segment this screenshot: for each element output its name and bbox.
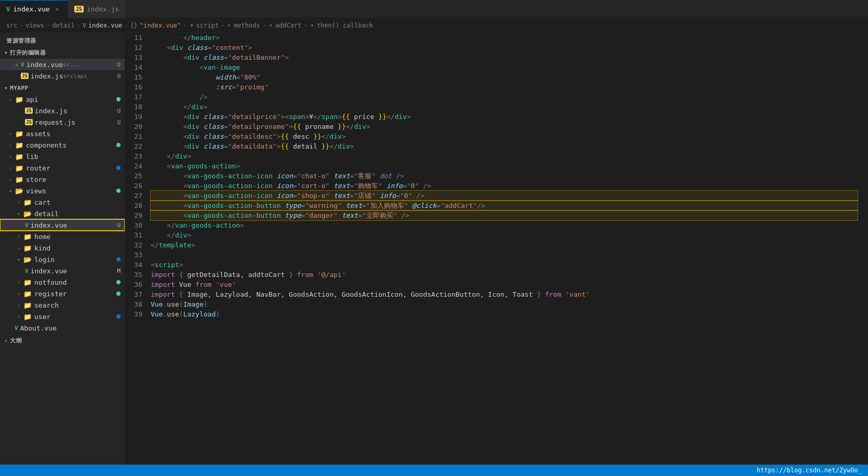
- code-line-18: </div>: [151, 102, 858, 112]
- modified-dot: [116, 314, 121, 319]
- folder-icon: 📁: [23, 233, 32, 241]
- code-line-32: </template>: [151, 240, 858, 250]
- code-line-33: [151, 250, 858, 260]
- vue-file-icon: V: [25, 268, 29, 274]
- code-line-16: :src="proimg": [151, 82, 858, 92]
- chevron-right-icon: ›: [6, 177, 15, 182]
- tree-folder-views[interactable]: ▾ 📂 views: [0, 185, 125, 196]
- bc-braces: {}: [130, 22, 137, 29]
- code-line-12: <div class="content">: [151, 43, 858, 52]
- folder-label: notfound: [34, 279, 67, 286]
- main-area: 资源管理器 ▾ 打开的编辑器 ✕ V index.vue sr... U JS …: [0, 33, 868, 465]
- tree-folder-kind[interactable]: › 📁 kind: [0, 242, 125, 254]
- bc-src[interactable]: src: [6, 22, 18, 29]
- file-label: About.vue: [20, 324, 57, 332]
- bc-file[interactable]: index.vue: [88, 22, 122, 29]
- tree-folder-components[interactable]: › 📁 components: [0, 139, 125, 151]
- folder-label: user: [34, 313, 50, 321]
- code-line-25: <van-goods-action-icon icon="chat-o" tex…: [151, 171, 858, 181]
- modified-dot: [116, 280, 121, 284]
- file-label: index.vue: [31, 267, 67, 275]
- bc-views[interactable]: views: [25, 22, 44, 29]
- myapp-header[interactable]: ▾ MYAPP: [0, 82, 125, 94]
- tree-file-api-index[interactable]: JS index.js U: [0, 105, 125, 116]
- tree-file-detail-index[interactable]: V index.vue U: [0, 219, 125, 231]
- bc-quote-file: "index.vue": [140, 22, 181, 29]
- bc-script[interactable]: script: [196, 22, 219, 29]
- bc-detail[interactable]: detail: [52, 22, 74, 29]
- code-line-26: <van-goods-action-icon icon="cart-o" tex…: [151, 181, 858, 191]
- folder-icon: 📁: [15, 130, 24, 138]
- tree-folder-user[interactable]: › 📁 user: [0, 311, 125, 322]
- tree-folder-store[interactable]: › 📁 store: [0, 174, 125, 185]
- code-area: 11 12 13 14 15 16 17 18 19 20 21 22 23 2…: [125, 33, 868, 465]
- js-file-icon: JS: [25, 119, 33, 125]
- folder-label: assets: [26, 130, 50, 138]
- chevron-right-icon: ›: [4, 337, 8, 344]
- folder-open-icon: 📂: [15, 187, 24, 195]
- folder-label: search: [34, 301, 59, 309]
- tree-folder-cart[interactable]: › 📁 cart: [0, 196, 125, 208]
- chevron-right-icon: ›: [15, 200, 23, 205]
- bc-methods[interactable]: methods: [234, 22, 260, 29]
- folder-icon: 📁: [23, 244, 32, 252]
- code-line-28: <van-goods-action-button type="warning" …: [151, 201, 858, 210]
- code-line-15: width="80%": [151, 72, 858, 82]
- folder-icon: 📁: [23, 313, 32, 321]
- bc-script-icon: ⚬: [189, 22, 194, 29]
- folder-icon: 📁: [23, 290, 32, 298]
- modified-badge: U: [117, 73, 121, 80]
- folder-label: register: [34, 290, 67, 298]
- line-numbers: 11 12 13 14 15 16 17 18 19 20 21 22 23 2…: [125, 33, 151, 465]
- code-line-35: import { getDetailData, addtoCart } from…: [151, 270, 858, 280]
- folder-label: router: [26, 164, 50, 172]
- chevron-down-icon: ▾: [15, 211, 23, 217]
- open-editors-header[interactable]: ▾ 打开的编辑器: [0, 47, 125, 59]
- bc-then[interactable]: then() callback: [317, 22, 373, 29]
- modified-badge: U: [117, 222, 121, 229]
- tree-folder-login[interactable]: ▾ 📂 login: [0, 254, 125, 265]
- code-line-36: import Vue from 'vue': [151, 280, 858, 289]
- chevron-down-icon: ▾: [4, 49, 8, 56]
- code-line-38: Vue.use(Image): [151, 299, 858, 309]
- open-file-path: src\api: [63, 73, 87, 80]
- tree-folder-api[interactable]: › 📁 api: [0, 94, 125, 105]
- tree-folder-detail[interactable]: ▾ 📂 detail: [0, 208, 125, 219]
- open-file-label: index.js: [31, 72, 63, 80]
- tree-folder-home[interactable]: › 📁 home: [0, 231, 125, 242]
- tree-file-about[interactable]: V About.vue: [0, 322, 125, 334]
- tree-folder-lib[interactable]: › 📁 lib: [0, 151, 125, 162]
- tree-folder-router[interactable]: › 📁 router: [0, 162, 125, 174]
- modified-dot: [116, 292, 121, 296]
- tree-file-api-request[interactable]: JS request.js U: [0, 116, 125, 128]
- close-icon[interactable]: ✕: [53, 5, 61, 14]
- close-icon[interactable]: ✕: [12, 62, 21, 68]
- explorer-title: 资源管理器: [0, 33, 125, 47]
- bc-vue-icon: V: [83, 22, 86, 29]
- tab-index-vue[interactable]: V index.vue ✕: [0, 0, 68, 18]
- tree-folder-register[interactable]: › 📁 register: [0, 288, 125, 299]
- vue-file-icon: V: [21, 61, 24, 68]
- code-line-22: <div class="detaildata">{{ detail }}</di…: [151, 141, 858, 151]
- tab-label: index.js: [87, 5, 119, 13]
- outline-header[interactable]: › 大纲: [0, 334, 125, 347]
- bc-then-icon: ⚬: [310, 22, 315, 29]
- folder-icon: 📁: [15, 164, 24, 172]
- tree-folder-notfound[interactable]: › 📁 notfound: [0, 276, 125, 288]
- open-file-index-vue[interactable]: ✕ V index.vue sr... U: [0, 59, 125, 70]
- folder-icon: 📁: [23, 279, 32, 286]
- chevron-right-icon: ›: [6, 154, 15, 160]
- chevron-down-icon: ▾: [6, 188, 15, 194]
- bc-addcart[interactable]: addCart: [275, 22, 302, 29]
- tree-file-login-index[interactable]: V index.vue M: [0, 265, 125, 276]
- code-editor[interactable]: 11 12 13 14 15 16 17 18 19 20 21 22 23 2…: [125, 33, 868, 465]
- folder-label: login: [34, 256, 55, 263]
- code-line-31: </div>: [151, 230, 858, 240]
- tree-folder-search[interactable]: › 📁 search: [0, 299, 125, 311]
- breadcrumb: src › views › detail › V index.vue › {} …: [0, 18, 868, 33]
- open-file-index-js[interactable]: JS index.js src\api U: [0, 70, 125, 82]
- tab-index-js[interactable]: JS index.js: [68, 0, 126, 18]
- outline-label: 大纲: [10, 337, 22, 345]
- tree-folder-assets[interactable]: › 📁 assets: [0, 128, 125, 139]
- chevron-right-icon: ›: [15, 234, 23, 240]
